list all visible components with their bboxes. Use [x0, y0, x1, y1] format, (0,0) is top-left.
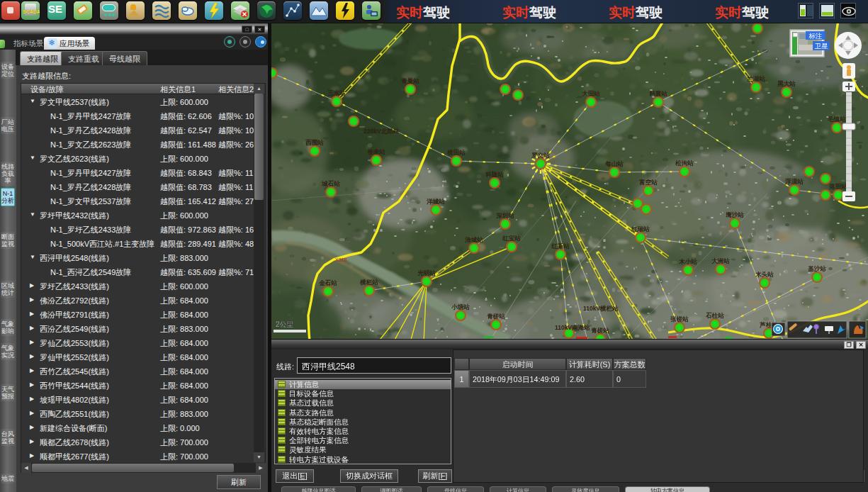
- svg-text:洋城站: 洋城站: [426, 198, 445, 205]
- svg-text:罗文站: 罗文站: [531, 152, 550, 159]
- svg-text:科隆站: 科隆站: [485, 171, 504, 178]
- svg-text:小塘站: 小塘站: [451, 303, 470, 311]
- svg-text:红宝站: 红宝站: [502, 235, 521, 242]
- svg-text:青槎站: 青槎站: [591, 327, 609, 334]
- svg-text:220kV北郊站: 220kV北郊站: [363, 128, 400, 135]
- svg-text:2公里: 2公里: [276, 320, 294, 328]
- svg-text:精襄站: 精襄站: [648, 90, 667, 97]
- svg-text:张槎站: 张槎站: [670, 315, 689, 323]
- svg-text:城石站: 城石站: [321, 180, 340, 187]
- svg-text:毛慎站: 毛慎站: [827, 116, 846, 123]
- svg-text:红新站: 红新站: [551, 242, 570, 250]
- svg-text:110kV南海站: 110kV南海站: [555, 324, 590, 331]
- svg-text:松沟站: 松沟站: [675, 160, 694, 167]
- svg-text:大田站: 大田站: [582, 90, 600, 97]
- svg-text:木头站: 木头站: [755, 271, 774, 278]
- svg-text:鹰沙站: 鹰沙站: [725, 211, 744, 218]
- svg-text:青曼站: 青曼站: [401, 77, 419, 84]
- svg-text:青槎站: 青槎站: [487, 313, 505, 320]
- svg-text:西围站: 西围站: [305, 139, 324, 146]
- svg-text:基沙站: 基沙站: [807, 265, 826, 272]
- svg-text:富空站: 富空站: [639, 179, 658, 186]
- svg-text:金石站: 金石站: [318, 279, 337, 286]
- svg-text:木小站: 木小站: [678, 258, 697, 265]
- svg-text:清城站: 清城站: [464, 236, 483, 243]
- svg-text:兰湖站: 兰湖站: [746, 75, 765, 82]
- svg-text:横田站: 横田站: [446, 149, 466, 156]
- svg-text:光明站: 光明站: [417, 269, 436, 276]
- svg-text:标注: 标注: [808, 32, 823, 40]
- svg-text:卷来站: 卷来站: [366, 148, 385, 155]
- svg-text:X318: X318: [335, 257, 346, 262]
- svg-text:红瑞站: 红瑞站: [631, 225, 650, 233]
- svg-text:深圳站: 深圳站: [495, 212, 514, 219]
- svg-text:落胆站: 落胆站: [828, 183, 847, 190]
- svg-text:每山站: 每山站: [604, 160, 624, 167]
- svg-text:石柱站: 石柱站: [705, 312, 724, 319]
- svg-text:三水站: 三水站: [327, 89, 346, 96]
- svg-text:卫星: 卫星: [815, 42, 829, 50]
- svg-text:横栏站: 横栏站: [359, 279, 378, 286]
- svg-text:黑大站: 黑大站: [777, 80, 796, 87]
- svg-text:大洲站: 大洲站: [711, 257, 730, 264]
- svg-text:浮漂站: 浮漂站: [784, 178, 804, 185]
- svg-text:110kV横栏站: 110kV横栏站: [583, 305, 619, 312]
